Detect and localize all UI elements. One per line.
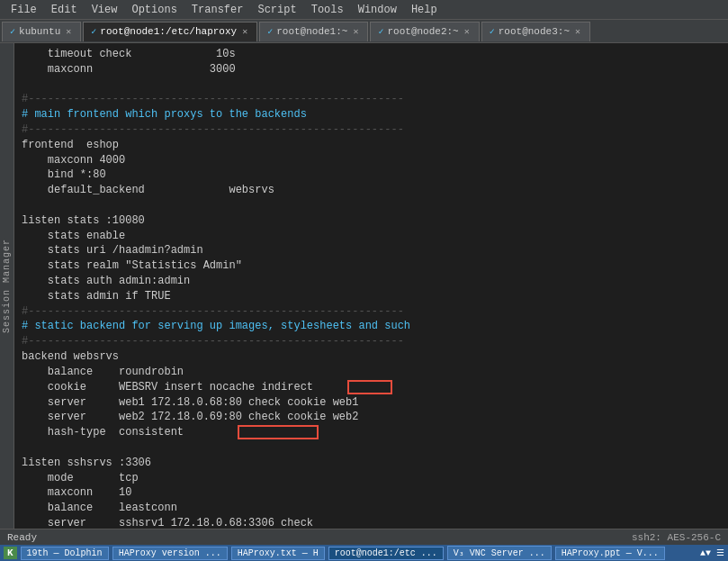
session-manager-panel: Session Manager xyxy=(0,43,14,529)
tab-node2-close[interactable]: ✕ xyxy=(463,26,472,37)
menu-transfer[interactable]: Transfer xyxy=(184,2,251,18)
tab-node1-haproxy-label: root@node1:/etc/haproxy xyxy=(100,26,237,37)
tab-node1-home[interactable]: ✓ root@node1:~ ✕ xyxy=(259,22,368,41)
line-balance: balance roundrobin xyxy=(22,365,721,380)
tab-node2[interactable]: ✓ root@node2:~ ✕ xyxy=(370,22,479,41)
tab-kubuntu[interactable]: ✓ kubuntu ✕ xyxy=(2,22,81,41)
line-dashes4: #---------------------------------------… xyxy=(22,334,721,349)
line-default-backend: default_backend websrvs xyxy=(22,183,721,198)
line-timeout: timeout check 10s xyxy=(22,47,721,62)
line-dashes3: #---------------------------------------… xyxy=(22,304,721,320)
taskbar-haproxy-version[interactable]: HAProxy version ... xyxy=(112,547,228,560)
tab-node1-home-close[interactable]: ✕ xyxy=(351,26,360,37)
line-frontend: frontend eshop xyxy=(22,138,721,153)
line-stats-auth: stats auth admin:admin xyxy=(22,274,721,289)
line-comment2: # static backend for serving up images, … xyxy=(22,319,721,334)
statusbar-right: ssh2: AES-256-C xyxy=(632,532,721,543)
taskbar-dolphin[interactable]: 19th — Dolphin xyxy=(21,547,109,560)
menu-help[interactable]: Help xyxy=(404,2,445,18)
taskbar-node1-etc[interactable]: root@node1:/etc ... xyxy=(328,547,444,560)
menubar: File Edit View Options Transfer Script T… xyxy=(0,0,728,20)
line-mode: mode tcp xyxy=(22,471,721,486)
menu-script[interactable]: Script xyxy=(250,2,303,18)
tab-node1-haproxy[interactable]: ✓ root@node1:/etc/haproxy ✕ xyxy=(83,22,257,41)
line-server-web1: server web1 172.18.0.68:80 check cookie … xyxy=(22,395,721,411)
terminal[interactable]: timeout check 10s maxconn 3000 #--------… xyxy=(14,43,728,534)
line-cookie: cookie WEBSRV insert nocache indirect xyxy=(22,380,721,395)
line-balance2: balance leastconn xyxy=(22,501,721,516)
tab-node3-close[interactable]: ✕ xyxy=(573,26,582,37)
tab-kubuntu-close[interactable]: ✕ xyxy=(64,26,73,37)
line-maxconn1: maxconn 3000 xyxy=(22,62,721,77)
line-dashes2: #---------------------------------------… xyxy=(22,122,721,138)
red-box-1 xyxy=(347,380,392,394)
line-hash-type: hash-type consistent xyxy=(22,425,721,440)
line-bind: bind *:80 xyxy=(22,167,721,183)
menu-view[interactable]: View xyxy=(85,2,125,18)
line-maxconn3: maxconn 10 xyxy=(22,485,721,501)
tab-check-icon5: ✓ xyxy=(490,26,495,37)
line-stats-realm: stats realm "Statistics Admin" xyxy=(22,258,721,274)
taskbar: K 19th — Dolphin HAProxy version ... HAP… xyxy=(0,545,728,561)
status-ready: Ready xyxy=(7,532,37,543)
tab-check-icon2: ✓ xyxy=(91,26,96,37)
line-comment1: # main frontend which proxys to the back… xyxy=(22,107,721,122)
line-empty3 xyxy=(22,440,721,456)
red-box-2 xyxy=(238,425,319,439)
tab-node3-label: root@node3:~ xyxy=(499,26,570,37)
tab-node2-label: root@node2:~ xyxy=(387,26,458,37)
tab-kubuntu-label: kubuntu xyxy=(19,26,60,37)
tabbar: ✓ kubuntu ✕ ✓ root@node1:/etc/haproxy ✕ … xyxy=(0,20,728,43)
taskbar-haproxy-txt[interactable]: HAProxy.txt — H xyxy=(231,547,325,560)
taskbar-start[interactable]: K xyxy=(4,547,17,559)
line-stats-uri: stats uri /haadmin?admin xyxy=(22,243,721,258)
line-dashes1: #---------------------------------------… xyxy=(22,92,721,107)
menu-tools[interactable]: Tools xyxy=(304,2,351,18)
taskbar-haproxy-ppt[interactable]: HAProxy.ppt — V... xyxy=(555,547,665,560)
taskbar-vnc[interactable]: V₃ VNC Server ... xyxy=(447,546,552,560)
statusbar: Ready ssh2: AES-256-C xyxy=(0,529,728,545)
menu-window[interactable]: Window xyxy=(351,2,404,18)
line-stats-admin: stats admin if TRUE xyxy=(22,289,721,304)
line-stats-enable: stats enable xyxy=(22,229,721,244)
line-empty2 xyxy=(22,198,721,213)
line-server-web2: server web2 172.18.0.69:80 check cookie … xyxy=(22,410,721,425)
tab-node3[interactable]: ✓ root@node3:~ ✕ xyxy=(481,22,590,41)
session-manager-label: Session Manager xyxy=(2,239,12,333)
tab-node1-haproxy-close[interactable]: ✕ xyxy=(240,26,249,37)
line-maxconn2: maxconn 4000 xyxy=(22,153,721,168)
tab-check-icon: ✓ xyxy=(10,26,15,37)
menu-file[interactable]: File xyxy=(4,2,44,18)
tab-node1-home-label: root@node1:~ xyxy=(276,26,347,37)
tab-check-icon4: ✓ xyxy=(378,26,383,37)
line-backend: backend websrvs xyxy=(22,349,721,365)
line-empty1 xyxy=(22,77,721,93)
tab-check-icon3: ✓ xyxy=(267,26,273,37)
line-listen-ssh: listen sshsrvs :3306 xyxy=(22,456,721,471)
menu-edit[interactable]: Edit xyxy=(44,2,85,18)
taskbar-right-icons: ▲▼ ☰ xyxy=(700,547,724,558)
menu-options[interactable]: Options xyxy=(124,2,184,18)
line-listen-stats: listen stats :10080 xyxy=(22,213,721,229)
